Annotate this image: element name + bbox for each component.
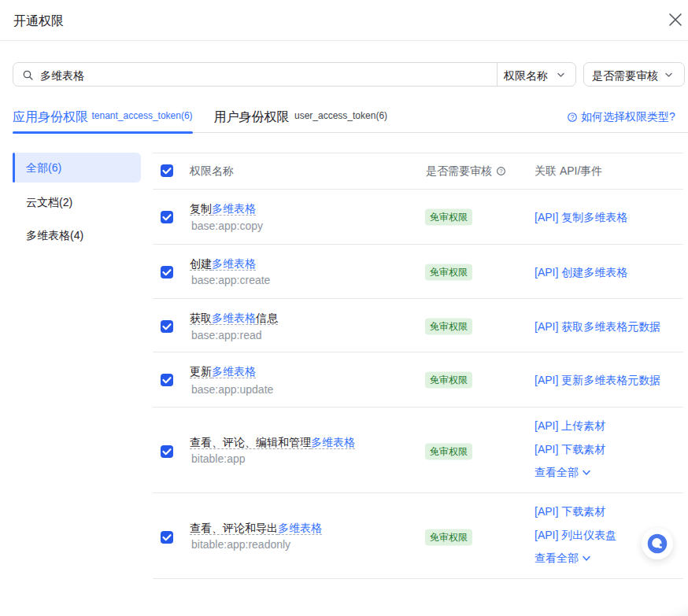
svg-text:?: ? <box>499 168 503 175</box>
svg-text:?: ? <box>571 113 575 120</box>
